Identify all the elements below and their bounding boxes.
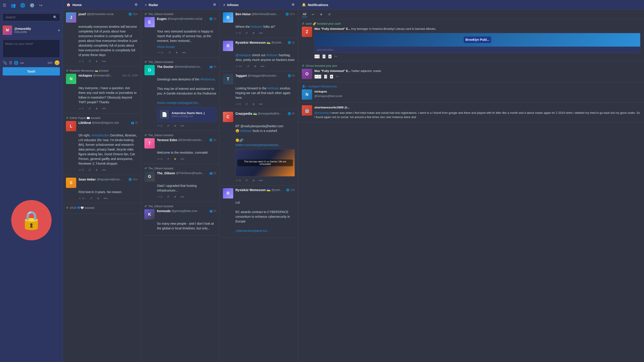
reply-button[interactable]: ↩ 0 (157, 157, 163, 161)
gear-icon[interactable]: ⚙️ (30, 3, 34, 8)
author-name: Ben Heise (236, 12, 251, 16)
infosec-scroll[interactable]: B Ben Heise @BenHeise@masto... 🌐 22m Whe… (220, 10, 298, 362)
search-input[interactable] (6, 15, 53, 19)
fav-button[interactable]: ★ (254, 64, 257, 68)
fediverse-link[interactable]: #fediverse (200, 77, 215, 81)
fav-button[interactable]: ★ (95, 168, 98, 172)
globe-compose-icon[interactable]: 🌐 (14, 61, 18, 65)
boost-button[interactable]: ↺ (166, 195, 170, 199)
more-button[interactable]: ••• (334, 54, 337, 58)
boost-button[interactable]: ↺ (88, 106, 91, 111)
infosec-column-header: # infosec ⚙ (220, 0, 298, 10)
fav-button[interactable]: ★ (252, 31, 256, 35)
notif-filter-fav[interactable]: ★ (319, 12, 324, 17)
fav-button[interactable]: ★ (173, 157, 177, 161)
hashtag-infosec-link4[interactable]: #infosec (240, 129, 252, 133)
notif-filter-all[interactable]: All (302, 11, 307, 17)
more-button[interactable]: ••• (259, 179, 263, 183)
more-button[interactable]: ••• (259, 31, 263, 35)
more-button[interactable]: ••• (182, 51, 186, 55)
emoji-icon[interactable]: 😊 (54, 60, 60, 65)
link-preview-card[interactable]: 📄 Antarctica Starts Here. | drwho.virtad… (157, 107, 216, 122)
fav-button[interactable]: ★ (252, 178, 256, 183)
mention-link[interactable]: @nickapos (236, 53, 251, 57)
radar-scroll[interactable]: ↺ The_Gibson boosted E Eugen @Gargron@ma… (141, 10, 220, 362)
compose-textarea[interactable] (3, 40, 60, 57)
reply-button[interactable]: ↩ 1+ (236, 64, 243, 68)
fav-button[interactable]: ★ (173, 195, 177, 199)
boost-button[interactable]: ↺ (245, 178, 248, 183)
status-time: 👥 1h (209, 65, 216, 68)
fav-button[interactable]: ★ (175, 50, 178, 55)
reply-button[interactable]: ↩ 1+ (157, 50, 164, 55)
more-button[interactable]: ••• (259, 102, 263, 106)
fav-button[interactable]: ★ (173, 124, 177, 128)
reply-button[interactable]: ↩ 1 (78, 106, 84, 111)
boost-button[interactable]: ↺ (245, 102, 248, 106)
reply-button[interactable]: ↩ 0 (236, 102, 241, 106)
boost-button[interactable]: ↺ (88, 59, 91, 63)
more-button[interactable]: ••• (180, 195, 184, 199)
boost-button[interactable]: ↺ (88, 168, 91, 172)
more-button[interactable]: ••• (102, 59, 106, 63)
globe-icon[interactable]: 🌐 (20, 3, 25, 8)
cw-button[interactable]: cw (20, 61, 24, 64)
boost-button[interactable]: ↺ (90, 196, 93, 201)
fav-button[interactable]: ★ (95, 59, 98, 63)
fav-button[interactable]: ★ (96, 196, 100, 201)
fav-button[interactable]: ★ (95, 106, 98, 111)
radar-settings-icon[interactable]: ⚙ (213, 3, 216, 7)
more-button[interactable]: ••• (104, 196, 108, 201)
people-icon[interactable]: 👥 (11, 3, 16, 8)
reply-button[interactable]: ↩ 0 (236, 31, 241, 35)
reply-button[interactable]: ↩ 0 (314, 54, 320, 58)
fav-button[interactable]: ★ (252, 102, 256, 106)
boost-button[interactable]: ↺ (168, 50, 171, 55)
home-scroll[interactable]: J josef @jk@mastodon.social 🌐 31m eventu… (63, 10, 141, 362)
status-actions: ↩ 0 ↺ ★ ••• (144, 195, 216, 199)
boost-button[interactable]: ↺ (166, 124, 170, 128)
hashtag-infosec-link2[interactable]: #infosec (266, 53, 278, 57)
chevron-down-icon[interactable]: ▾ (58, 28, 60, 32)
toot-button[interactable]: Toot! (3, 67, 60, 75)
home-settings-icon[interactable]: ⚙ (134, 3, 138, 7)
infosec-settings-icon[interactable]: ⚙ (292, 3, 294, 7)
notifications-scroll[interactable]: ↺ zach 🌈 boosted your zach Z Max "Fully … (298, 19, 644, 362)
more-button[interactable]: ••• (180, 157, 184, 161)
boost-button[interactable]: ↺ (166, 157, 170, 161)
logout-icon[interactable]: ↪ (39, 3, 42, 8)
more-button[interactable]: ••• (260, 64, 264, 68)
reply-button[interactable]: ↩ 0 (78, 168, 84, 172)
attach-icon[interactable]: 📎 (3, 61, 7, 65)
edit-profile-link[interactable]: Edit profile (14, 30, 58, 33)
hashtag-link[interactable]: #introduction (92, 133, 110, 137)
mention-maxeddy-link[interactable]: @maxeddy (314, 111, 329, 114)
hashtag-infosec-link3[interactable]: #infosec (267, 86, 279, 90)
more-button[interactable]: ••• (102, 107, 106, 111)
search-box[interactable]: 🔍 (3, 13, 60, 21)
boost-button[interactable]: ↺ (245, 31, 248, 35)
notif-link-preview[interactable]: Brooklyn Publ... www.bklynlibra... (314, 33, 640, 53)
reply-button[interactable]: ↩ 1+ (314, 75, 321, 79)
more-button[interactable]: ••• (102, 168, 106, 172)
list-icon[interactable]: ☰ (9, 61, 12, 65)
boost-button[interactable]: ↺ (246, 64, 250, 68)
more-button[interactable]: ••• (180, 124, 184, 128)
boost-button[interactable]: ↺ (322, 54, 326, 58)
hashtag-infosec-link[interactable]: #infosec (251, 25, 262, 28)
fav-button[interactable]: ★ (330, 75, 333, 79)
show-thread-link[interactable]: Show thread (144, 45, 216, 49)
reply-button[interactable]: ↩ 1 (78, 59, 84, 63)
reply-button[interactable]: ↩ 0 (157, 124, 163, 128)
avatar-image: N (302, 89, 312, 100)
reply-button[interactable]: ↩ 1+ (78, 196, 86, 201)
reply-button[interactable]: ↩ 0 (157, 195, 163, 199)
notif-filter-mention[interactable]: ↩ (311, 12, 315, 17)
fav-button[interactable]: ★ (328, 54, 332, 58)
more-button[interactable]: ••• (336, 75, 339, 79)
hamburger-icon[interactable]: ☰ (3, 3, 6, 8)
reply-button[interactable]: ↩ 0 (236, 178, 241, 183)
notif-content: O Max "Fully Unionized" E... Twitter adj… (302, 69, 640, 79)
boost-button[interactable]: ↺ (324, 75, 327, 79)
notif-filter-boost[interactable]: ↺ (327, 12, 332, 17)
